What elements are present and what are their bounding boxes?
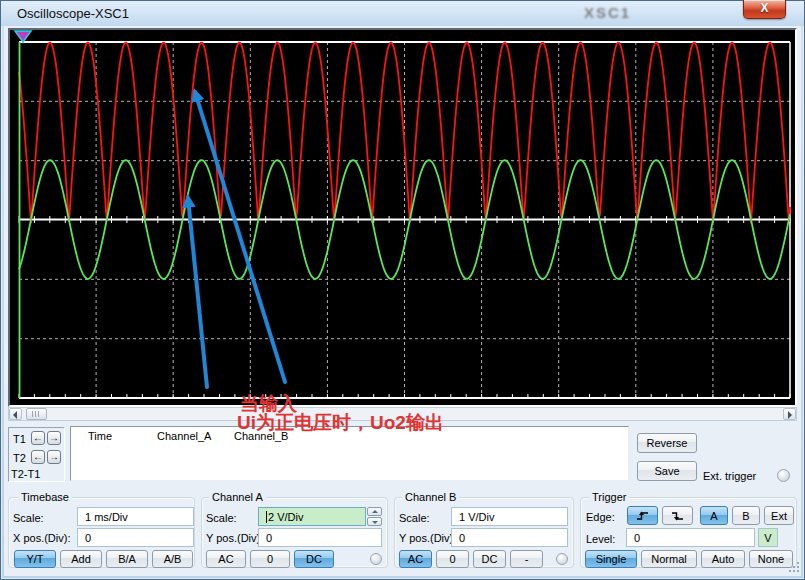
spinner-down-button[interactable] [367, 517, 382, 526]
timebase-xpos-value: 0 [85, 532, 91, 544]
t1-left-button[interactable]: ← [31, 431, 45, 445]
column-header-channel-a: Channel_A [157, 430, 211, 442]
chevron-down-icon [372, 521, 378, 524]
channel-b-scale-input[interactable]: 1 V/Div [451, 507, 568, 526]
t1-label: T1 [13, 433, 26, 445]
close-button[interactable]: X [743, 0, 786, 19]
trigger-normal-button[interactable]: Normal [641, 550, 697, 568]
channel-a-scale-label: Scale: [206, 512, 237, 524]
hscroll-thumb[interactable] [26, 408, 47, 420]
channel-b-title: Channel B [402, 491, 459, 503]
channel-a-select-indicator[interactable] [370, 553, 382, 565]
column-header-time: Time [88, 430, 112, 442]
trigger-source-b-button[interactable]: B [732, 506, 760, 525]
rising-edge-icon [636, 511, 649, 521]
channel-a-scale-input[interactable]: 2 V/Div [258, 507, 366, 526]
reverse-button[interactable]: Reverse [637, 433, 697, 453]
channel-b-dc-button[interactable]: DC [473, 550, 506, 568]
trace-channel-a [19, 43, 790, 224]
channel-b-scale-value: 1 V/Div [459, 511, 494, 523]
close-icon: X [760, 1, 768, 15]
channel-b-select-indicator[interactable] [556, 553, 568, 565]
trigger-title: Trigger [589, 491, 629, 503]
timebase-ab-button[interactable]: A/B [152, 550, 193, 568]
channel-b-scale-label: Scale: [399, 512, 430, 524]
channel-a-title: Channel A [209, 491, 266, 503]
channel-a-zero-button[interactable]: 0 [250, 550, 290, 568]
background-watermark: XSC1 [584, 4, 631, 21]
ext-trigger-indicator[interactable] [777, 469, 790, 482]
channel-a-scale-value: 2 V/Div [268, 511, 303, 523]
window-title: Oscilloscope-XSC1 [17, 6, 129, 21]
timebase-add-button[interactable]: Add [60, 550, 102, 568]
trigger-none-button[interactable]: None [749, 550, 793, 568]
timebase-xpos-input[interactable]: 0 [77, 528, 194, 547]
channel-b-minus-button[interactable]: - [510, 550, 543, 568]
timebase-ba-button[interactable]: B/A [106, 550, 148, 568]
trigger-source-ext-button[interactable]: Ext [764, 506, 794, 525]
falling-edge-icon [671, 511, 684, 521]
trigger-edge-label: Edge: [586, 511, 615, 523]
trigger-single-button[interactable]: Single [585, 550, 637, 568]
trigger-source-a-button[interactable]: A [700, 506, 728, 525]
channel-a-ac-button[interactable]: AC [206, 550, 246, 568]
t2-right-button[interactable]: → [47, 450, 61, 464]
t2-left-button[interactable]: ← [31, 450, 45, 464]
timebase-title: Timebase [18, 491, 72, 503]
arrow-left-icon: ← [33, 432, 43, 443]
channel-b-zero-button[interactable]: 0 [436, 550, 469, 568]
timebase-yt-button[interactable]: Y/T [14, 550, 56, 568]
trigger-level-label: Level: [586, 533, 615, 545]
t1-right-button[interactable]: → [47, 431, 61, 445]
trigger-auto-button[interactable]: Auto [701, 550, 745, 568]
hscroll-right-button[interactable] [783, 408, 796, 420]
channel-b-ypos-input[interactable]: 0 [451, 528, 568, 547]
t2-t1-label: T2-T1 [11, 468, 40, 480]
trigger-falling-edge-button[interactable] [662, 506, 693, 525]
scroll-right-icon [788, 411, 792, 419]
timebase-scale-input[interactable]: 1 ms/Div [77, 507, 194, 526]
trigger-level-unit: V [758, 528, 778, 547]
channel-b-ypos-value: 0 [459, 532, 465, 544]
chevron-up-icon [372, 510, 378, 513]
scroll-left-icon [13, 411, 17, 419]
trigger-level-value: 0 [634, 532, 640, 544]
spinner-up-button[interactable] [367, 507, 382, 516]
channel-b-ypos-label: Y pos.(Div): [399, 532, 456, 544]
arrow-left-icon: ← [33, 451, 43, 462]
save-button[interactable]: Save [637, 461, 697, 481]
hscroll-left-button[interactable] [9, 408, 22, 420]
trigger-time-marker-icon[interactable] [15, 31, 31, 42]
trigger-level-input[interactable]: 0 [626, 528, 755, 547]
arrow-right-icon: → [49, 451, 59, 462]
channel-b-ac-button[interactable]: AC [399, 550, 432, 568]
trigger-rising-edge-button[interactable] [627, 506, 658, 525]
channel-a-scale-spinner [367, 507, 382, 526]
timebase-scale-label: Scale: [13, 512, 44, 524]
text-cursor [266, 511, 267, 523]
annotation-text-line2: Ui为正电压时，Uo2输出 [237, 410, 444, 436]
resize-grip[interactable] [789, 570, 791, 572]
scope-canvas [10, 30, 795, 405]
annotation-arrows [188, 92, 285, 387]
ext-trigger-label: Ext. trigger [703, 470, 756, 482]
channel-a-ypos-value: 0 [266, 532, 272, 544]
timebase-scale-value: 1 ms/Div [85, 511, 128, 523]
channel-a-dc-button[interactable]: DC [294, 550, 334, 568]
thumb-grip-icon [32, 411, 41, 417]
channel-a-ypos-label: Y pos.(Div): [206, 532, 263, 544]
scope-display [8, 28, 797, 407]
channel-a-ypos-input[interactable]: 0 [258, 528, 382, 547]
t2-label: T2 [13, 452, 26, 464]
arrow-right-icon: → [49, 432, 59, 443]
timebase-xpos-label: X pos.(Div): [13, 532, 70, 544]
